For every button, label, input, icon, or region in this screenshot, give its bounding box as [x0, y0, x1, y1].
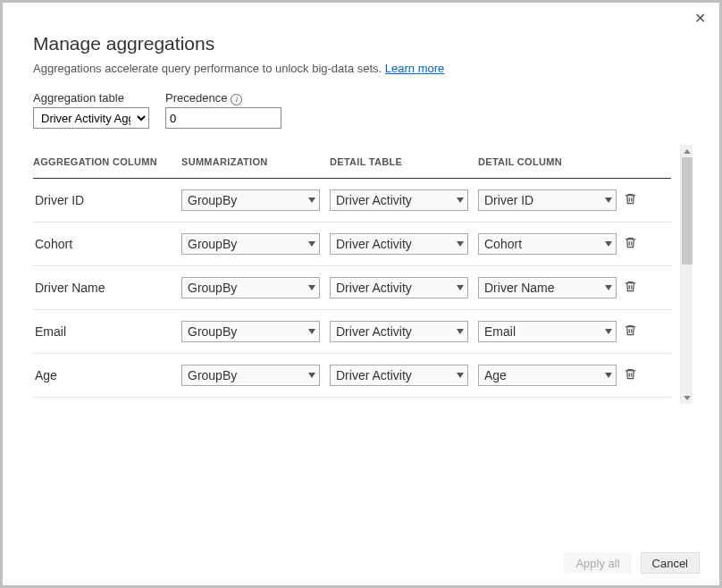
chevron-down-icon [457, 373, 464, 378]
chevron-down-icon [308, 241, 315, 247]
chevron-down-icon [308, 329, 315, 334]
header-detail-column: DETAIL COLUMN [478, 156, 621, 167]
summarization-value: GroupBy [188, 324, 237, 339]
detail-table-value: Driver Activity [336, 281, 412, 295]
detail-table-select[interactable]: Driver Activity [330, 277, 468, 298]
detail-column-select[interactable]: Age [478, 365, 617, 386]
delete-row-button[interactable] [621, 323, 639, 340]
header-detail-table: DETAIL TABLE [330, 156, 478, 167]
chevron-down-icon [308, 285, 315, 290]
header-aggregation-column: AGGREGATION COLUMN [33, 156, 181, 167]
dialog-content: Manage aggregations Aggregations acceler… [3, 3, 719, 541]
close-icon[interactable]: ✕ [691, 10, 709, 28]
aggregations-grid-wrap: AGGREGATION COLUMN SUMMARIZATION DETAIL … [33, 145, 693, 541]
summarization-select[interactable]: GroupBy [181, 321, 320, 342]
learn-more-link[interactable]: Learn more [385, 62, 444, 75]
dialog-title: Manage aggregations [33, 33, 693, 55]
trash-icon [624, 192, 637, 208]
summarization-select[interactable]: GroupBy [181, 233, 320, 255]
aggregation-table-label: Aggregation table [33, 91, 149, 105]
detail-column-select[interactable]: Cohort [478, 233, 617, 255]
chevron-down-icon [605, 285, 612, 290]
aggregation-table-select[interactable]: Driver Activity Agg [33, 107, 149, 129]
delete-row-button[interactable] [621, 366, 639, 384]
trash-icon [624, 323, 637, 340]
detail-column-select[interactable]: Email [478, 321, 617, 342]
aggregation-column-value: Email [33, 324, 181, 339]
header-summarization: SUMMARIZATION [181, 156, 330, 167]
chevron-down-icon [308, 197, 315, 203]
chevron-down-icon [605, 197, 612, 203]
summarization-value: GroupBy [188, 281, 237, 295]
chevron-down-icon [605, 329, 612, 334]
table-row: Driver NameGroupByDriver ActivityDriver … [33, 266, 671, 310]
trash-icon [624, 367, 637, 383]
table-row: CohortGroupByDriver ActivityCohort [33, 223, 671, 266]
detail-column-select[interactable]: Driver Name [478, 277, 617, 298]
detail-table-select[interactable]: Driver Activity [330, 321, 468, 342]
summarization-select[interactable]: GroupBy [181, 365, 320, 386]
chevron-down-icon [605, 373, 612, 378]
vertical-scrollbar[interactable] [680, 145, 693, 404]
cancel-button[interactable]: Cancel [641, 552, 700, 574]
aggregation-column-value: Driver Name [33, 281, 181, 295]
detail-table-value: Driver Activity [336, 237, 412, 251]
detail-column-value: Cohort [484, 237, 522, 251]
aggregation-column-value: Driver ID [33, 193, 181, 207]
precedence-control: Precedence i [165, 91, 281, 129]
table-row: AgeGroupByDriver ActivityAge [33, 354, 671, 398]
aggregations-grid: AGGREGATION COLUMN SUMMARIZATION DETAIL … [33, 145, 680, 541]
detail-table-select[interactable]: Driver Activity [330, 365, 468, 386]
trash-icon [624, 236, 637, 252]
detail-table-select[interactable]: Driver Activity [330, 189, 468, 211]
detail-column-value: Driver ID [484, 193, 533, 207]
aggregation-column-value: Age [33, 368, 181, 382]
detail-table-select[interactable]: Driver Activity [330, 233, 468, 255]
apply-all-button[interactable]: Apply all [564, 552, 631, 574]
chevron-down-icon [457, 285, 464, 290]
aggregation-column-value: Cohort [33, 237, 181, 251]
summarization-value: GroupBy [188, 193, 237, 207]
delete-row-button[interactable] [621, 235, 639, 253]
summarization-select[interactable]: GroupBy [181, 189, 320, 211]
summarization-value: GroupBy [188, 237, 237, 251]
dialog-subtitle: Aggregations accelerate query performanc… [33, 62, 693, 75]
summarization-select[interactable]: GroupBy [181, 277, 320, 298]
detail-column-value: Driver Name [484, 281, 555, 295]
grid-header-row: AGGREGATION COLUMN SUMMARIZATION DETAIL … [33, 145, 671, 179]
detail-table-value: Driver Activity [336, 324, 412, 339]
info-icon[interactable]: i [231, 94, 242, 105]
detail-column-value: Age [484, 368, 507, 382]
subtitle-text: Aggregations accelerate query performanc… [33, 62, 385, 75]
dialog-footer: Apply all Cancel [3, 541, 719, 585]
table-row: EmailGroupByDriver ActivityEmail [33, 310, 671, 354]
trash-icon [624, 280, 637, 296]
scroll-down-arrow-icon[interactable] [681, 391, 693, 404]
precedence-input[interactable] [165, 107, 281, 129]
top-controls: Aggregation table Driver Activity Agg Pr… [33, 91, 693, 129]
chevron-down-icon [457, 241, 464, 247]
detail-column-select[interactable]: Driver ID [478, 189, 617, 211]
chevron-down-icon [457, 329, 464, 334]
delete-row-button[interactable] [621, 279, 639, 297]
delete-row-button[interactable] [621, 191, 639, 209]
detail-table-value: Driver Activity [336, 368, 412, 382]
aggregation-table-control: Aggregation table Driver Activity Agg [33, 91, 149, 129]
summarization-value: GroupBy [188, 368, 237, 382]
table-row: Driver IDGroupByDriver ActivityDriver ID [33, 179, 671, 223]
chevron-down-icon [605, 241, 612, 247]
detail-column-value: Email [484, 324, 516, 339]
scroll-up-arrow-icon[interactable] [681, 145, 693, 157]
chevron-down-icon [457, 197, 464, 203]
manage-aggregations-dialog: ✕ Manage aggregations Aggregations accel… [0, 0, 722, 588]
chevron-down-icon [308, 373, 315, 378]
detail-table-value: Driver Activity [336, 193, 412, 207]
scroll-thumb[interactable] [682, 157, 693, 265]
precedence-label: Precedence [165, 91, 227, 105]
